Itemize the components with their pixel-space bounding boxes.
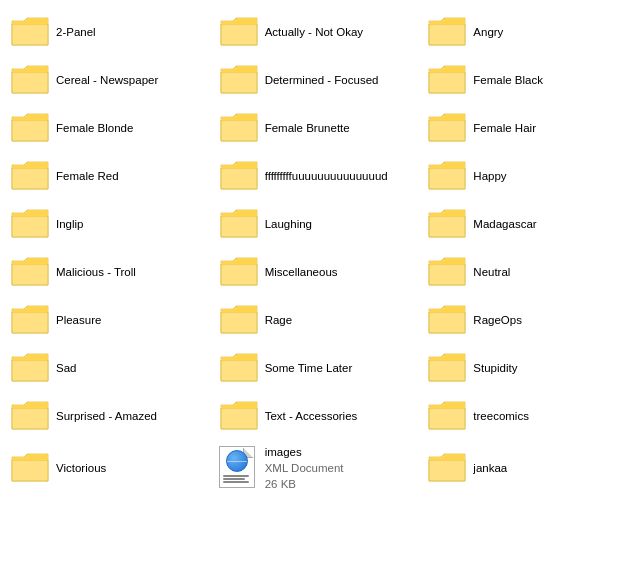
folder-icon [219,351,259,385]
folder-item-actually-not-okay[interactable]: Actually - Not Okay [213,8,422,56]
folder-item-female-red[interactable]: Female Red [4,152,213,200]
file-grid: 2-Panel Actually - Not Okay Angry Cereal… [4,8,630,496]
file-label: images XML Document 26 KB [265,444,344,492]
folder-icon [427,207,467,241]
folder-icon [427,159,467,193]
folder-label: RageOps [473,313,522,328]
folder-icon [10,207,50,241]
folder-label: jankaa [473,461,507,476]
folder-label: Female Red [56,169,119,184]
folder-item-2panel[interactable]: 2-Panel [4,8,213,56]
folder-label: Malicious - Troll [56,265,136,280]
folder-icon [219,399,259,433]
folder-item-miscellaneous[interactable]: Miscellaneous [213,248,422,296]
file-type: XML Document [265,460,344,476]
folder-label: Laughing [265,217,312,232]
folder-label: Female Black [473,73,543,88]
folder-icon [427,303,467,337]
folder-label: Text - Accessories [265,409,358,424]
folder-icon [427,63,467,97]
folder-icon [10,159,50,193]
folder-item-rageops[interactable]: RageOps [421,296,630,344]
folder-icon [427,255,467,289]
folder-icon [427,351,467,385]
folder-label: Angry [473,25,503,40]
folder-label: Pleasure [56,313,101,328]
folder-item-text-accessories[interactable]: Text - Accessories [213,392,422,440]
folder-label: Female Blonde [56,121,133,136]
folder-icon [219,63,259,97]
folder-item-neutral[interactable]: Neutral [421,248,630,296]
file-name: images [265,444,344,460]
folder-icon [219,111,259,145]
folder-item-malicious-troll[interactable]: Malicious - Troll [4,248,213,296]
folder-item-sad[interactable]: Sad [4,344,213,392]
folder-label: Some Time Later [265,361,353,376]
folder-icon [10,15,50,49]
folder-item-stupidity[interactable]: Stupidity [421,344,630,392]
folder-icon [219,207,259,241]
folder-item-female-blonde[interactable]: Female Blonde [4,104,213,152]
folder-icon [219,303,259,337]
folder-label: Madagascar [473,217,536,232]
folder-icon [427,111,467,145]
folder-label: Sad [56,361,76,376]
folder-label: Miscellaneous [265,265,338,280]
folder-icon [219,15,259,49]
folder-item-treecomics[interactable]: treecomics [421,392,630,440]
folder-label: Stupidity [473,361,517,376]
folder-item-some-time-later[interactable]: Some Time Later [213,344,422,392]
folder-item-laughing[interactable]: Laughing [213,200,422,248]
folder-label: Female Brunette [265,121,350,136]
folder-item-female-hair[interactable]: Female Hair [421,104,630,152]
folder-item-madagascar[interactable]: Madagascar [421,200,630,248]
folder-label: treecomics [473,409,529,424]
folder-item-surprised-amazed[interactable]: Surprised - Amazed [4,392,213,440]
folder-label: fffffffffuuuuuuuuuuuuuud [265,169,388,184]
folder-item-inglip[interactable]: Inglip [4,200,213,248]
folder-item-determined-focused[interactable]: Determined - Focused [213,56,422,104]
folder-item-female-black[interactable]: Female Black [421,56,630,104]
folder-item-female-brunette[interactable]: Female Brunette [213,104,422,152]
folder-item-cereal-newspaper[interactable]: Cereal - Newspaper [4,56,213,104]
folder-item-angry[interactable]: Angry [421,8,630,56]
folder-icon [427,15,467,49]
folder-label: Happy [473,169,506,184]
folder-label: Rage [265,313,293,328]
folder-icon [10,63,50,97]
folder-icon [427,451,467,485]
folder-icon [10,303,50,337]
folder-label: Neutral [473,265,510,280]
folder-item-happy[interactable]: Happy [421,152,630,200]
folder-label: Inglip [56,217,84,232]
folder-item-fffffffffuuuuuuuuuuuuuud[interactable]: fffffffffuuuuuuuuuuuuuud [213,152,422,200]
folder-icon [10,111,50,145]
folder-item-victorious[interactable]: Victorious [4,440,213,496]
folder-label: Cereal - Newspaper [56,73,158,88]
folder-item-rage[interactable]: Rage [213,296,422,344]
folder-item-jankaa[interactable]: jankaa [421,440,630,496]
folder-icon [219,255,259,289]
folder-item-pleasure[interactable]: Pleasure [4,296,213,344]
file-item-images-xml[interactable]: images XML Document 26 KB [213,440,422,496]
file-size: 26 KB [265,476,344,492]
folder-label: Determined - Focused [265,73,379,88]
folder-icon [10,399,50,433]
folder-icon [10,351,50,385]
folder-label: Female Hair [473,121,536,136]
xml-file-icon [219,446,259,490]
folder-icon [10,451,50,485]
folder-icon [10,255,50,289]
folder-icon [427,399,467,433]
folder-label: Victorious [56,461,106,476]
folder-label: Actually - Not Okay [265,25,363,40]
folder-label: 2-Panel [56,25,96,40]
folder-icon [219,159,259,193]
folder-label: Surprised - Amazed [56,409,157,424]
